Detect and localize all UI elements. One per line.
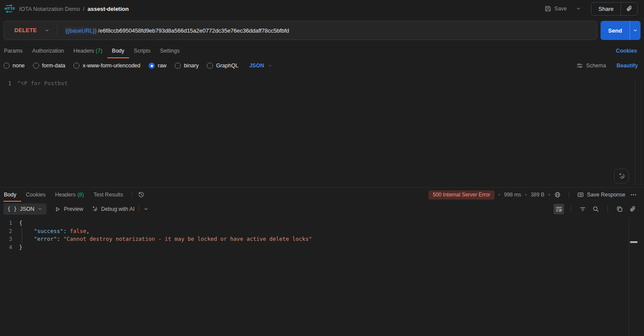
method-selector[interactable]: DELETE (4, 27, 57, 33)
postbot-button[interactable] (614, 169, 629, 183)
response-scroll-divider (629, 218, 629, 336)
network-info-button[interactable] (554, 191, 561, 198)
chevron-down-icon (575, 6, 581, 12)
response-size[interactable]: 389 B (531, 192, 544, 198)
chevron-down-icon (632, 27, 638, 33)
wrap-text-icon (555, 206, 562, 213)
tab-settings[interactable]: Settings (155, 43, 184, 58)
radio-icon (73, 63, 80, 69)
response-meta: 500 Internal Server Error 998 ms 389 B (428, 190, 638, 200)
response-header: Body Cookies Headers (8) Test Results 50… (0, 188, 644, 202)
response-body-viewer[interactable]: 1 { 2 "success" : false , 3 "error" : "C… (0, 216, 644, 251)
save-button[interactable]: Save (541, 3, 571, 15)
body-type-urlencoded[interactable]: x-www-form-urlencoded (73, 63, 140, 69)
beautify-button[interactable]: Beautify (617, 63, 641, 69)
body-type-raw[interactable]: raw (149, 63, 166, 69)
editor-scrollbar-track[interactable] (635, 81, 641, 185)
copy-link-button[interactable] (621, 3, 637, 15)
paperclip-icon (626, 5, 633, 12)
copy-button[interactable] (614, 204, 625, 214)
debug-with-ai-button[interactable]: Debug with AI (91, 206, 135, 213)
send-split-button: Send (601, 21, 641, 40)
line-number: 1 (0, 80, 17, 86)
radio-icon (3, 63, 10, 69)
response-history-button[interactable] (136, 190, 146, 200)
top-bar: HTTP IOTA Notarization Demo / assest-del… (0, 0, 644, 17)
tab-params[interactable]: Params (3, 43, 27, 58)
radio-icon (207, 63, 213, 69)
preview-button[interactable]: Preview (54, 206, 83, 213)
response-tab-cookies[interactable]: Cookies (21, 188, 50, 202)
response-toolbar: { } JSON Preview Debug with AI (0, 202, 644, 216)
request-tabs: Params Authorization Headers (7) Body Sc… (0, 43, 644, 58)
tab-headers[interactable]: Headers (7) (69, 43, 107, 58)
code-line: 3 "error" : "Cannot destroy notarization… (0, 235, 644, 243)
radio-icon (175, 63, 181, 69)
url-path: /e6f8ccb6950458fd9eb793d8a566d15a2e0772d… (98, 27, 289, 34)
share-button[interactable]: Share (591, 3, 621, 15)
body-type-form-data[interactable]: form-data (33, 63, 66, 69)
raw-format-selector[interactable]: JSON (249, 63, 273, 69)
response-panel: Body Cookies Headers (8) Test Results 50… (0, 187, 644, 336)
wrap-text-button[interactable] (554, 204, 564, 214)
request-body-editor[interactable]: 1 ^⌥P for Postbot (0, 73, 644, 187)
postbot-shortcut-hint: ^⌥P for Postbot (17, 80, 68, 86)
body-type-binary[interactable]: binary (175, 63, 199, 69)
response-more-button[interactable] (629, 190, 638, 199)
url-input[interactable]: {{baseURL}} /e6f8ccb6950458fd9eb793d8a56… (65, 27, 289, 34)
postbot-sparkle-icon (617, 172, 626, 180)
filter-icon (579, 206, 586, 213)
viewer-options-button[interactable] (143, 206, 149, 212)
status-badge[interactable]: 500 Internal Server Error (428, 190, 495, 200)
save-options-button[interactable] (573, 3, 584, 14)
response-format-selector[interactable]: { } JSON (3, 203, 46, 215)
breadcrumb-request-name[interactable]: assest-deletion (88, 6, 129, 12)
response-scrollbar-thumb[interactable] (630, 241, 637, 243)
tab-scripts[interactable]: Scripts (129, 43, 155, 58)
headers-count-badge: (7) (96, 48, 102, 54)
search-icon (592, 206, 599, 213)
tab-body[interactable]: Body (107, 43, 129, 58)
body-type-graphql[interactable]: GraphQL (207, 63, 238, 69)
response-tab-headers[interactable]: Headers (8) (50, 188, 89, 202)
schema-button[interactable]: Schema (576, 62, 606, 69)
breadcrumb-workspace[interactable]: IOTA Notarization Demo (19, 6, 80, 12)
code-line: 4 } (0, 243, 644, 252)
ellipsis-icon (630, 191, 637, 198)
braces-icon: { } (7, 206, 17, 212)
globe-icon (554, 191, 561, 198)
copy-icon (616, 206, 623, 213)
paperclip-icon (629, 206, 636, 213)
tab-authorization[interactable]: Authorization (27, 43, 69, 58)
history-clock-icon (138, 191, 145, 198)
response-tab-test-results[interactable]: Test Results (89, 188, 128, 202)
svg-text:HTTP: HTTP (5, 6, 15, 11)
request-url-row: DELETE {{baseURL}} /e6f8ccb6950458fd9eb7… (0, 17, 644, 43)
breadcrumb: IOTA Notarization Demo / assest-deletion (19, 6, 129, 12)
response-headers-count-badge: (8) (77, 192, 84, 198)
breadcrumb-separator: / (83, 6, 85, 12)
filter-button[interactable] (578, 204, 588, 214)
response-tab-body[interactable]: Body (3, 188, 21, 202)
cookies-link[interactable]: Cookies (616, 48, 641, 54)
method-label: DELETE (14, 27, 37, 33)
share-group: Share (591, 2, 638, 16)
chevron-down-icon (44, 27, 50, 33)
search-button[interactable] (591, 204, 601, 214)
url-variable-chip[interactable]: {{baseURL}} (65, 27, 98, 34)
body-type-none[interactable]: none (3, 63, 25, 69)
http-request-icon: HTTP (3, 4, 15, 13)
save-icon (544, 5, 551, 12)
dot-separator (548, 194, 550, 196)
code-line: 1 { (0, 219, 644, 227)
response-time[interactable]: 998 ms (504, 192, 521, 198)
save-label: Save (554, 6, 567, 12)
save-response-button[interactable]: Save Response (577, 191, 625, 198)
send-button[interactable]: Send (601, 21, 630, 40)
url-divider (57, 25, 57, 36)
editor-line: 1 ^⌥P for Postbot (0, 73, 644, 86)
send-options-button[interactable] (630, 21, 641, 40)
divider (569, 191, 569, 198)
link-button[interactable] (627, 204, 638, 214)
divider (571, 206, 571, 213)
